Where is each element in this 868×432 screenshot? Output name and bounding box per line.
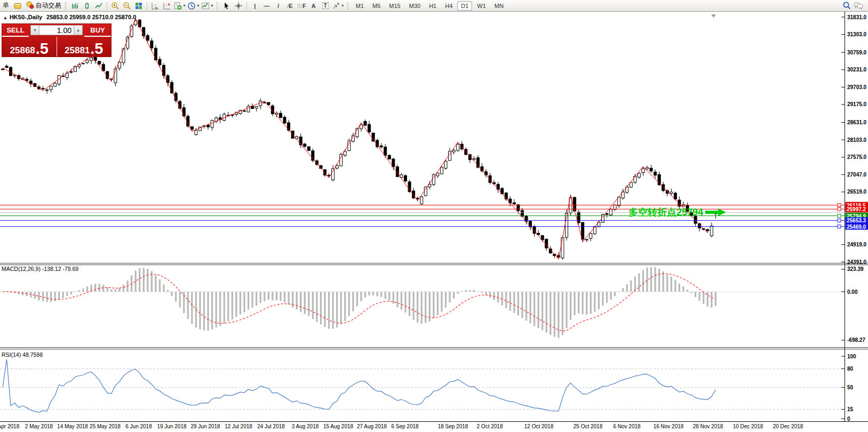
svg-text:28103.0: 28103.0: [847, 137, 867, 143]
sell-price-int: 25868: [10, 46, 35, 55]
svg-text:20 Dec 2018: 20 Dec 2018: [773, 423, 803, 429]
mt4-window: 单 自动交易: [0, 0, 868, 432]
equidistant-channel-tool[interactable]: ∕∕E: [285, 1, 296, 11]
candlestick-type-button[interactable]: [82, 1, 92, 11]
tile-windows-button[interactable]: [133, 1, 144, 11]
chevron-down-icon: ▼: [210, 4, 214, 7]
zoom-in-button[interactable]: [110, 1, 121, 11]
svg-text:2 May 2018: 2 May 2018: [25, 423, 53, 429]
timeframe-group: M1M5M15M30H1H4D1W1MN: [352, 1, 508, 11]
chevron-down-icon: ▼: [341, 4, 345, 7]
svg-text:6 Jun 2018: 6 Jun 2018: [125, 423, 152, 429]
toolbar-grip: [217, 2, 219, 10]
toolbar-grip: [347, 2, 349, 10]
svg-text:26519.0: 26519.0: [847, 189, 867, 195]
pivot-annotation[interactable]: 多空转折点25794: [628, 206, 727, 219]
svg-text:27 Aug 2018: 27 Aug 2018: [357, 423, 387, 429]
timeframe-button-m5[interactable]: M5: [369, 1, 384, 11]
one-click-trading-panel: SELL ▼ 1.00 ▲ BUY 25868 .5 25881 .5: [2, 23, 112, 57]
toolbar-grip: [65, 2, 67, 10]
new-order-button[interactable]: ▼: [173, 1, 186, 11]
macd-label: MACD(12,26,9) -138.12 -79.69: [2, 266, 78, 272]
timeframe-button-h4[interactable]: H4: [441, 1, 456, 11]
timeframe-button-m15[interactable]: M15: [385, 1, 404, 11]
timeframe-button-h1[interactable]: H1: [425, 1, 440, 11]
timeframe-button-w1[interactable]: W1: [473, 1, 490, 11]
toolbar: 单 自动交易: [0, 0, 868, 12]
chart-canvas[interactable]: 31831.031303.030759.030231.029703.029175…: [0, 0, 868, 432]
fibonacci-grid-tool[interactable]: F: [297, 1, 307, 11]
sell-button[interactable]: SELL: [2, 24, 29, 37]
volume-increase-button[interactable]: ▲: [74, 25, 83, 35]
autotrading-button[interactable]: 自动交易: [24, 1, 62, 11]
indicators-menu-button[interactable]: ▼: [201, 1, 214, 11]
volume-input[interactable]: 1.00: [39, 25, 74, 35]
svg-text:323.39: 323.39: [847, 266, 864, 272]
drawing-tools-group: |—/∕∕EFAT: [249, 1, 331, 11]
svg-text:12 Jul 2018: 12 Jul 2018: [225, 423, 252, 429]
rsi-label: RSI(14) 48.7598: [2, 351, 43, 358]
svg-text:29 Jun 2018: 29 Jun 2018: [190, 423, 220, 429]
timeframe-button-mn[interactable]: MN: [491, 1, 507, 11]
chart-symbol-icon: ▲: [3, 15, 7, 20]
trendline-tool[interactable]: /: [273, 1, 284, 11]
svg-text:12 Oct 2018: 12 Oct 2018: [524, 423, 554, 429]
svg-text:30231.0: 30231.0: [847, 67, 867, 73]
chart-symbol-period: HK50-,Daily: [10, 14, 42, 20]
svg-text:25 Oct 2018: 25 Oct 2018: [574, 423, 603, 429]
buy-price[interactable]: 25881 .5: [57, 37, 112, 57]
crosshair-tool-button[interactable]: [233, 1, 244, 11]
svg-text:0.00: 0.00: [847, 289, 858, 295]
label-tool[interactable]: T: [320, 1, 331, 11]
svg-text:100: 100: [847, 354, 856, 359]
svg-text:31303.0: 31303.0: [847, 31, 867, 37]
volume-decrease-button[interactable]: ▼: [30, 25, 39, 35]
timeframe-button-m30[interactable]: M30: [405, 1, 424, 11]
timeframe-button-d1[interactable]: D1: [457, 1, 472, 11]
svg-text:80: 80: [847, 366, 854, 372]
toolbar-separator: [147, 2, 147, 10]
line-chart-type-button[interactable]: [93, 1, 104, 11]
svg-text:50: 50: [847, 385, 854, 390]
buy-price-int: 25881: [65, 46, 90, 55]
svg-text:2 Oct 2018: 2 Oct 2018: [477, 423, 503, 429]
chart-title: ▲HK50-,Daily25853.0 25959.0 25710.0 2587…: [3, 14, 136, 20]
svg-text:27575.0: 27575.0: [847, 154, 867, 160]
order-menu-label[interactable]: 单: [1, 1, 11, 11]
timeframes-menu-button[interactable]: ▼: [187, 1, 200, 11]
buy-button[interactable]: BUY: [84, 24, 111, 37]
chevron-down-icon: ▼: [196, 4, 200, 7]
cursor-tool-button[interactable]: [221, 1, 232, 11]
horizontal-line-tool[interactable]: —: [261, 1, 272, 11]
chart-shift-button[interactable]: [162, 1, 172, 11]
chart-ohlc-values: 25853.0 25959.0 25710.0 25870.0: [46, 14, 136, 20]
buy-price-frac: .5: [90, 42, 103, 55]
svg-text:10 Dec 2018: 10 Dec 2018: [733, 423, 763, 429]
volume-control: ▼ 1.00 ▲: [30, 25, 83, 35]
svg-text:25997.2: 25997.2: [847, 206, 866, 212]
svg-text:24391.0: 24391.0: [847, 259, 867, 265]
chat-button[interactable]: [853, 1, 864, 11]
buy-button-label: BUY: [90, 26, 105, 34]
search-button[interactable]: [841, 1, 852, 11]
vertical-line-tool[interactable]: |: [250, 1, 260, 11]
right-arrow-icon: [705, 209, 727, 216]
text-tool[interactable]: A: [308, 1, 319, 11]
svg-text:25 May 2018: 25 May 2018: [90, 423, 121, 429]
autoscroll-button[interactable]: [150, 1, 161, 11]
sell-price[interactable]: 25868 .5: [2, 37, 57, 57]
svg-text:14 May 2018: 14 May 2018: [57, 423, 88, 429]
svg-text:0: 0: [847, 416, 850, 422]
bar-chart-type-button[interactable]: [70, 1, 81, 11]
arrows-tool-button[interactable]: ▼: [332, 1, 345, 11]
svg-text:28 Nov 2018: 28 Nov 2018: [693, 423, 723, 429]
svg-text:24 Jul 2018: 24 Jul 2018: [257, 423, 285, 429]
svg-text:30759.0: 30759.0: [847, 50, 867, 55]
gold-badge-icon[interactable]: [12, 1, 23, 11]
toolbar-separator: [246, 2, 247, 10]
svg-text:16 Nov 2018: 16 Nov 2018: [654, 423, 684, 429]
timeframe-button-m1[interactable]: M1: [352, 1, 368, 11]
svg-text:9 Apr 2018: 9 Apr 2018: [0, 423, 20, 429]
svg-text:27047.0: 27047.0: [847, 172, 867, 178]
zoom-out-button[interactable]: [122, 1, 132, 11]
